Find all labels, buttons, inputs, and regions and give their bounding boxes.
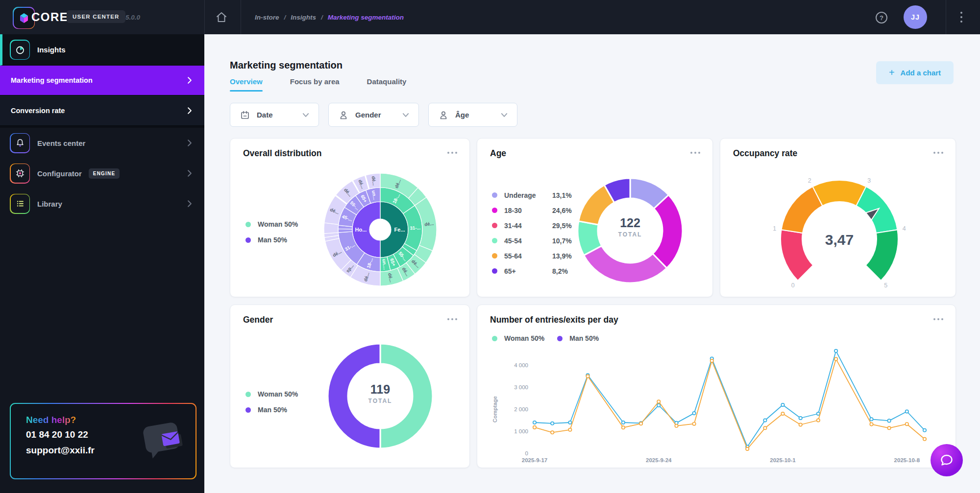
svg-text:0: 0: [791, 282, 795, 289]
card-menu-button[interactable]: [445, 147, 460, 158]
svg-text:3: 3: [867, 177, 871, 184]
user-avatar[interactable]: JJ: [904, 5, 927, 29]
y-axis-label: Comptage: [492, 396, 498, 423]
topbar-menu-button[interactable]: [955, 9, 968, 25]
sidebar-item-marketing-segmentation[interactable]: Marketing segmentation: [0, 66, 204, 95]
svg-text:31-...: 31-...: [410, 225, 420, 231]
svg-text:1: 1: [773, 225, 776, 232]
app-root: CORE USER CENTER 5.0.0 In-store/Insights…: [0, 0, 980, 493]
legend-label: 31-44: [504, 222, 545, 230]
gauge-value: 3,47: [825, 232, 854, 248]
filter-gender[interactable]: Gender: [328, 103, 419, 127]
age-total-label: TOTAL: [596, 231, 664, 238]
need-help-box[interactable]: Need help? 01 84 20 10 22 support@xxii.f…: [10, 403, 196, 479]
person-icon: [439, 110, 448, 120]
age-total: 122 TOTAL: [596, 216, 664, 238]
chevron-right-icon: [186, 107, 194, 115]
line-chart[interactable]: 01 0002 0003 0004 0002025-9-172025-9-242…: [477, 332, 956, 468]
sidebar-item-label: Insights: [37, 46, 66, 54]
chip-icon: [15, 168, 25, 178]
topbar-divider: [946, 0, 946, 34]
legend-percent: 8,2%: [552, 267, 568, 275]
legend-dot: [492, 268, 497, 274]
user-center-badge: USER CENTER: [67, 10, 125, 23]
gender-total-label: TOTAL: [346, 398, 415, 404]
list-icon: [15, 199, 25, 209]
legend-label: 18-30: [504, 207, 545, 214]
legend-item: 55-6413,9%: [492, 248, 572, 263]
legend-item: Man 50%: [245, 406, 298, 414]
sidebar-item-label: Library: [37, 200, 186, 208]
home-icon: [215, 11, 228, 23]
legend-label: Man 50%: [258, 236, 287, 244]
svg-text:Ho...: Ho...: [355, 227, 367, 233]
chat-fab-button[interactable]: [931, 444, 963, 476]
age-legend: Underage13,1%18-3024,6%31-4429,5%45-5410…: [492, 188, 572, 279]
card-gender: Gender Woman 50%Man 50% 119 TOTAL: [230, 305, 470, 468]
engine-badge: ENGINE: [89, 168, 120, 179]
legend-label: Woman 50%: [258, 220, 298, 228]
svg-text:2025-10-8: 2025-10-8: [894, 457, 920, 463]
home-button[interactable]: [211, 6, 232, 28]
help-phone: 01 84 20 10 22: [26, 429, 88, 440]
breadcrumb-item[interactable]: Marketing segmentation: [328, 14, 404, 21]
card-menu-button[interactable]: [445, 314, 460, 325]
card-age: Age Underage13,1%18-3024,6%31-4429,5%45-…: [477, 138, 713, 297]
chevron-right-icon: [186, 76, 194, 84]
card-title: Age: [490, 148, 506, 159]
legend-dot: [492, 208, 497, 213]
legend-label: 45-54: [504, 237, 545, 245]
legend-item: 45-5410,7%: [492, 233, 572, 248]
legend-dot: [245, 407, 251, 413]
sidebar-item-events-center[interactable]: Events center: [0, 128, 204, 158]
gauge-chart[interactable]: 0123453,47: [720, 139, 956, 295]
card-menu-button[interactable]: [931, 314, 946, 325]
legend-dot: [245, 237, 251, 243]
tab-overview[interactable]: Overview: [230, 77, 263, 92]
legend-item: Man 50%: [245, 236, 298, 244]
tab-dataquality[interactable]: Dataquality: [367, 77, 407, 92]
legend-percent: 10,7%: [552, 237, 572, 245]
sunburst-chart[interactable]: Fe...Ho...18-...31-...55-...65+un....18-…: [321, 171, 439, 288]
sidebar-item-library[interactable]: Library: [0, 188, 204, 219]
filter-âge[interactable]: Âge: [428, 103, 517, 127]
legend-dot: [245, 222, 251, 227]
tab-focus-by-area[interactable]: Focus by area: [290, 77, 340, 92]
card-occupancy-rate: Occupancy rate 0123453,47: [720, 138, 956, 297]
chevron-down-icon: [402, 111, 410, 119]
legend-percent: 29,5%: [552, 222, 572, 230]
insights-icon-box: [10, 40, 30, 60]
legend-item: 31-4429,5%: [492, 218, 572, 233]
person-icon: [339, 110, 348, 120]
bell-icon: [15, 138, 25, 148]
card-title: Number of entries/exits per day: [490, 315, 618, 325]
svg-text:1 000: 1 000: [514, 428, 528, 434]
sidebar-item-conversion-rate[interactable]: Conversion rate: [0, 95, 204, 126]
topbar-divider: [241, 0, 241, 34]
sunburst-legend: Woman 50%Man 50%: [245, 220, 298, 244]
filter-label: Âge: [455, 111, 493, 119]
help-email: support@xxii.fr: [26, 445, 95, 456]
breadcrumb-item[interactable]: Insights: [291, 14, 316, 21]
legend-item: Woman 50%: [245, 220, 298, 228]
svg-text:3 000: 3 000: [514, 384, 528, 390]
legend-label: Underage: [504, 191, 545, 199]
legend-percent: 24,6%: [552, 207, 572, 214]
card-menu-button[interactable]: [688, 147, 703, 158]
plus-icon: +: [889, 67, 895, 78]
breadcrumb-item[interactable]: In-store: [255, 14, 279, 21]
sidebar-item-insights[interactable]: Insights: [0, 34, 204, 66]
help-button[interactable]: ?: [874, 10, 889, 25]
legend-label: 55-64: [504, 252, 545, 260]
chevron-right-icon: [186, 139, 194, 147]
bell-icon-box: [10, 133, 30, 153]
breadcrumb-separator: /: [284, 14, 286, 21]
legend-label: Woman 50%: [258, 390, 298, 398]
add-chart-button[interactable]: + Add a chart: [876, 61, 954, 84]
sidebar-item-configurator[interactable]: ConfiguratorENGINE: [0, 158, 204, 188]
sidebar-item-label: Events center: [37, 139, 186, 147]
filter-date[interactable]: Date: [230, 103, 319, 127]
sidebar-item-label: Conversion rate: [11, 107, 65, 115]
filter-bar: DateGenderÂge: [230, 103, 517, 127]
legend-dot: [492, 238, 497, 243]
